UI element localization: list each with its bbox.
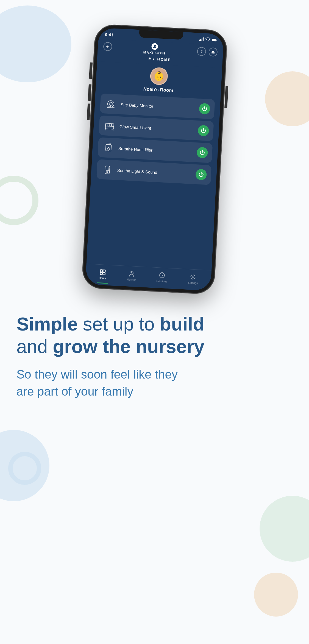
headline-grow: grow the nursery: [53, 336, 204, 357]
headline-part2: set up to: [78, 313, 160, 334]
app-content: 👶 Noah's Room: [86, 61, 222, 270]
brand-logo: MAXI-COSI: [143, 43, 166, 55]
room-avatar: 👶: [150, 67, 168, 85]
nav-home-icon: [99, 268, 106, 276]
svg-rect-3: [203, 37, 204, 41]
headline: Simple set up to build and grow the nurs…: [16, 313, 293, 358]
device-name-baby-monitor: See Baby Monitor: [120, 102, 195, 111]
status-time: 9:41: [105, 32, 113, 37]
device-name-humidifier: Breathe Humidifier: [118, 146, 193, 155]
svg-rect-0: [199, 40, 200, 41]
svg-point-32: [192, 276, 194, 278]
svg-rect-1: [200, 39, 201, 41]
room-section: 👶 Noah's Room: [101, 65, 216, 96]
device-name-smart-light: Glow Smart Light: [119, 124, 194, 133]
smart-light-icon: [103, 119, 116, 132]
device-item-baby-monitor[interactable]: See Baby Monitor: [100, 93, 215, 119]
light-svg: [104, 120, 115, 131]
signal-icon: [199, 37, 204, 42]
svg-rect-22: [106, 167, 109, 171]
blob-orange-bottomright2: [254, 573, 298, 617]
svg-point-30: [131, 273, 132, 274]
svg-rect-11: [107, 107, 114, 108]
nav-label-settings: Settings: [188, 281, 198, 285]
blob-green-bottomright: [260, 496, 309, 562]
power-button-baby-monitor[interactable]: [199, 103, 210, 114]
svg-point-23: [106, 171, 108, 173]
headline-and: and: [16, 336, 53, 357]
nav-label-home: Home: [99, 276, 106, 280]
soothe-svg: [101, 164, 113, 175]
phone-screen: 9:41: [85, 28, 224, 291]
nav-routines-icon: [158, 271, 166, 279]
svg-point-10: [110, 106, 111, 107]
brand-icon: [151, 43, 158, 50]
add-button[interactable]: +: [103, 42, 112, 51]
power-button-soothe[interactable]: [195, 169, 207, 180]
home-button[interactable]: [208, 47, 218, 57]
battery-icon: [212, 37, 217, 43]
page-title: MY HOME: [148, 57, 171, 62]
home-nav-svg: [99, 269, 106, 276]
text-section: Simple set up to build and grow the nurs…: [0, 291, 309, 422]
power-icon-3: [199, 149, 205, 156]
device-item-soothe[interactable]: Soothe Light & Sound: [96, 159, 211, 185]
help-button[interactable]: ?: [197, 47, 206, 56]
brand-name: MAXI-COSI: [143, 50, 166, 55]
camera-svg: [105, 98, 116, 110]
home-icon: [211, 50, 215, 54]
status-icons: [199, 37, 217, 43]
soothe-icon: [101, 163, 113, 176]
svg-rect-28: [103, 273, 105, 275]
nav-monitor-icon: [128, 270, 135, 278]
device-item-smart-light[interactable]: Glow Smart Light: [99, 115, 214, 141]
svg-line-16: [111, 124, 112, 126]
svg-point-29: [130, 271, 133, 275]
device-item-humidifier[interactable]: Breathe Humidifier: [98, 137, 213, 163]
headline-build: build: [160, 313, 204, 334]
svg-line-24: [106, 171, 108, 171]
svg-rect-26: [103, 270, 105, 272]
svg-rect-6: [212, 39, 216, 41]
svg-point-7: [154, 45, 156, 47]
svg-rect-2: [201, 38, 202, 41]
svg-point-4: [207, 41, 208, 41]
nav-item-settings[interactable]: Settings: [184, 272, 202, 286]
settings-nav-svg: [190, 273, 196, 280]
nav-label-monitor: Monitor: [126, 278, 136, 281]
svg-point-9: [109, 102, 112, 105]
headline-simple: Simple: [16, 313, 78, 334]
svg-line-14: [108, 124, 108, 126]
routines-nav-svg: [158, 272, 165, 279]
svg-rect-27: [100, 272, 102, 275]
wifi-icon: [205, 37, 210, 42]
monitor-nav-svg: [128, 270, 135, 277]
nav-item-home[interactable]: Home: [95, 267, 110, 281]
humidifier-svg: [102, 142, 114, 153]
subtext: So they will soon feel like they are par…: [16, 366, 181, 400]
phone-mockup: 9:41: [0, 0, 309, 291]
phone-frame: 9:41: [82, 24, 227, 294]
nav-item-routines[interactable]: Routines: [153, 270, 171, 284]
baby-monitor-icon: [104, 97, 117, 110]
device-list: See Baby Monitor: [92, 93, 215, 270]
svg-line-15: [110, 124, 110, 126]
power-icon: [201, 106, 208, 112]
power-icon-4: [198, 171, 204, 178]
nav-item-monitor[interactable]: Monitor: [123, 269, 140, 283]
header-right-icons: ?: [197, 47, 218, 57]
power-button-humidifier[interactable]: [196, 147, 208, 158]
humidifier-icon: [102, 141, 115, 154]
power-button-smart-light[interactable]: [197, 125, 209, 136]
svg-rect-25: [100, 270, 102, 272]
blob-circle-outline: [8, 452, 41, 485]
nav-settings-icon: [189, 273, 197, 281]
svg-rect-19: [105, 144, 111, 151]
room-name: Noah's Room: [143, 86, 173, 94]
power-icon-2: [200, 128, 207, 134]
maxi-cosi-icon: [152, 44, 157, 49]
device-name-soothe: Soothe Light & Sound: [117, 168, 192, 176]
nav-label-routines: Routines: [156, 279, 167, 283]
